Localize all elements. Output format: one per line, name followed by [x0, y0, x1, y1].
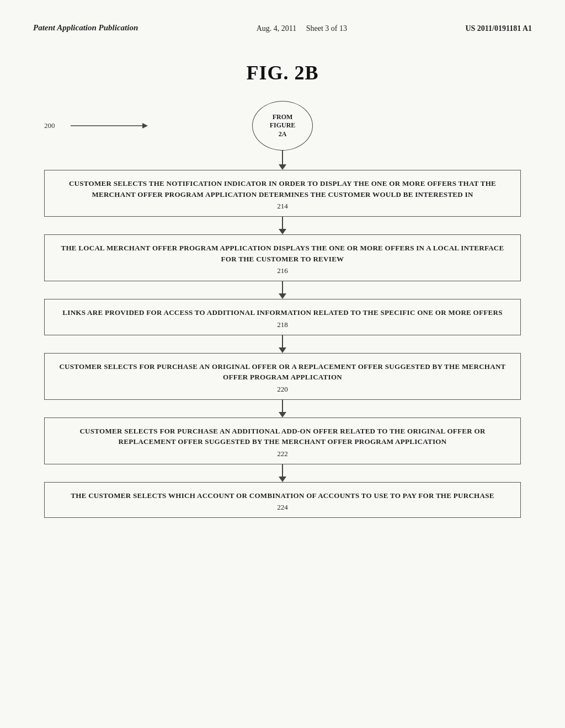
header: Patent Application Publication Aug. 4, 2…: [0, 0, 565, 45]
diagram: 200 FROM FIGURE 2A CUSTOMER SELECTS THE …: [0, 101, 565, 518]
step-222-text: CUSTOMER SELECTS FOR PURCHASE AN ADDITIO…: [56, 426, 509, 447]
sheet: Sheet 3 of 13: [306, 24, 347, 33]
page: Patent Application Publication Aug. 4, 2…: [0, 0, 565, 728]
step-216-num: 216: [56, 266, 509, 275]
step-218-text: LINKS ARE PROVIDED FOR ACCESS TO ADDITIO…: [56, 307, 509, 318]
svg-marker-1: [142, 123, 148, 129]
step-214-num: 214: [56, 202, 509, 211]
date-sheet: Aug. 4, 2011 Sheet 3 of 13: [257, 24, 347, 33]
step-224-box: THE CUSTOMER SELECTS WHICH ACCOUNT OR CO…: [44, 482, 521, 518]
step-222-box: CUSTOMER SELECTS FOR PURCHASE AN ADDITIO…: [44, 417, 521, 464]
step-218-box: LINKS ARE PROVIDED FOR ACCESS TO ADDITIO…: [44, 299, 521, 335]
step-224-text: THE CUSTOMER SELECTS WHICH ACCOUNT OR CO…: [56, 490, 509, 501]
arrow-5: [44, 464, 521, 482]
ref-200-label: 200: [44, 121, 55, 130]
patent-number: US 2011/0191181 A1: [465, 24, 532, 33]
step-214-text: CUSTOMER SELECTS THE NOTIFICATION INDICA…: [56, 178, 509, 200]
arrow-1: [44, 217, 521, 234]
step-216-text: THE LOCAL MERCHANT OFFER PROGRAM APPLICA…: [56, 243, 509, 264]
arrow-2: [44, 281, 521, 299]
publication-label: Patent Application Publication: [33, 22, 138, 34]
step-220-num: 220: [56, 385, 509, 394]
step-224-num: 224: [56, 503, 509, 512]
step-220-text: CUSTOMER SELECTS FOR PURCHASE AN ORIGINA…: [56, 361, 509, 383]
date: Aug. 4, 2011: [257, 24, 297, 33]
step-220-box: CUSTOMER SELECTS FOR PURCHASE AN ORIGINA…: [44, 353, 521, 400]
arrow-4: [44, 400, 521, 417]
figure-title: FIG. 2B: [0, 61, 565, 84]
start-oval: FROM FIGURE 2A: [252, 101, 313, 151]
arrow-0: [44, 151, 521, 170]
step-216-box: THE LOCAL MERCHANT OFFER PROGRAM APPLICA…: [44, 234, 521, 281]
step-222-num: 222: [56, 449, 509, 458]
step-218-num: 218: [56, 320, 509, 329]
ref-arrow-svg: [60, 109, 159, 142]
arrow-3: [44, 335, 521, 353]
step-214-box: CUSTOMER SELECTS THE NOTIFICATION INDICA…: [44, 170, 521, 217]
